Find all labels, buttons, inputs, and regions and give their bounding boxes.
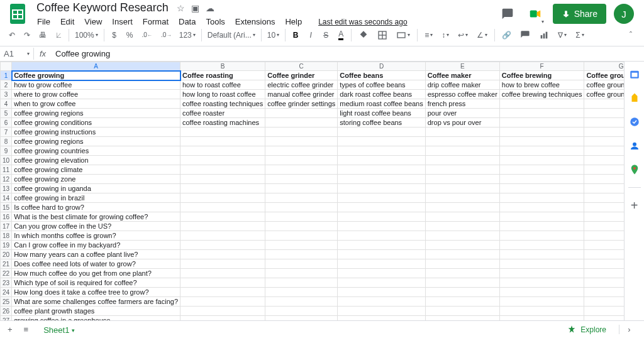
name-box[interactable]: A1▾: [0, 48, 34, 60]
cell-A10[interactable]: coffee growing elevation: [12, 156, 180, 165]
cell-F13[interactable]: [499, 184, 584, 193]
borders-button[interactable]: [374, 27, 391, 43]
formula-input[interactable]: Coffee growing: [52, 48, 644, 60]
cell-A24[interactable]: How long does it take a coffee tree to g…: [12, 288, 180, 297]
cell-A2[interactable]: how to grow coffee: [12, 80, 180, 90]
cell-G14[interactable]: [584, 193, 624, 203]
cell-D15[interactable]: [338, 203, 425, 212]
row-header-25[interactable]: 25: [1, 297, 12, 307]
link-button[interactable]: 🔗: [498, 27, 515, 43]
cell-F24[interactable]: [499, 288, 584, 297]
cell-B3[interactable]: how long to roast coffee: [180, 90, 265, 99]
cell-F11[interactable]: [499, 165, 584, 175]
cell-C20[interactable]: [265, 250, 338, 259]
cell-G16[interactable]: [584, 212, 624, 222]
cell-C18[interactable]: [265, 231, 338, 241]
cell-G24[interactable]: [584, 288, 624, 297]
cell-A20[interactable]: How many years can a coffee plant live?: [12, 250, 180, 259]
cell-C9[interactable]: [265, 146, 338, 156]
cell-B12[interactable]: [180, 175, 265, 184]
row-header-1[interactable]: 1: [1, 71, 12, 80]
row-header-7[interactable]: 7: [1, 128, 12, 137]
cell-A1[interactable]: Coffee growing: [12, 71, 180, 80]
cell-D18[interactable]: [338, 231, 425, 241]
paint-format-button[interactable]: ⟀: [52, 27, 65, 43]
cell-D24[interactable]: [338, 288, 425, 297]
cell-D4[interactable]: medium roast coffee beans: [338, 99, 425, 109]
share-button[interactable]: Share: [553, 4, 606, 24]
cell-B23[interactable]: [180, 278, 265, 288]
cell-D1[interactable]: Coffee beans: [338, 71, 425, 80]
cell-B18[interactable]: [180, 231, 265, 241]
cell-B27[interactable]: [180, 316, 265, 321]
cell-F5[interactable]: [499, 109, 584, 118]
cell-G1[interactable]: Coffee grounds: [584, 71, 624, 80]
tasks-icon[interactable]: [628, 116, 641, 128]
row-header-27[interactable]: 27: [1, 316, 12, 321]
cell-E2[interactable]: drip coffee maker: [425, 80, 499, 90]
cell-B9[interactable]: [180, 146, 265, 156]
cell-C2[interactable]: electric coffee grinder: [265, 80, 338, 90]
cell-A26[interactable]: coffee plant growth stages: [12, 307, 180, 316]
col-header-A[interactable]: A: [12, 62, 180, 71]
cell-B26[interactable]: [180, 307, 265, 316]
cell-G15[interactable]: [584, 203, 624, 212]
sheet-tab[interactable]: Sheet1▾: [37, 322, 81, 337]
cell-D12[interactable]: [338, 175, 425, 184]
cell-G17[interactable]: [584, 222, 624, 231]
cell-A11[interactable]: coffee growing climate: [12, 165, 180, 175]
italic-button[interactable]: I: [304, 27, 318, 43]
cell-B17[interactable]: [180, 222, 265, 231]
cell-E21[interactable]: [425, 259, 499, 269]
cell-E18[interactable]: [425, 231, 499, 241]
row-header-13[interactable]: 13: [1, 184, 12, 193]
cell-E12[interactable]: [425, 175, 499, 184]
cell-A22[interactable]: How much coffee do you get from one plan…: [12, 269, 180, 278]
cell-E10[interactable]: [425, 156, 499, 165]
cell-F26[interactable]: [499, 307, 584, 316]
cell-B6[interactable]: coffee roasting machines: [180, 118, 265, 128]
col-header-G[interactable]: G: [584, 62, 624, 71]
cell-C14[interactable]: [265, 193, 338, 203]
cell-E22[interactable]: [425, 269, 499, 278]
cell-C15[interactable]: [265, 203, 338, 212]
maps-icon[interactable]: [628, 163, 641, 176]
cell-E6[interactable]: drop vs pour over: [425, 118, 499, 128]
cell-C25[interactable]: [265, 297, 338, 307]
cell-B11[interactable]: [180, 165, 265, 175]
keep-icon[interactable]: [628, 92, 641, 104]
cell-A12[interactable]: coffee growing zone: [12, 175, 180, 184]
cell-F4[interactable]: [499, 99, 584, 109]
cell-C23[interactable]: [265, 278, 338, 288]
addons-icon[interactable]: +: [628, 199, 641, 212]
row-header-2[interactable]: 2: [1, 80, 12, 90]
row-header-17[interactable]: 17: [1, 222, 12, 231]
move-icon[interactable]: ▣: [191, 3, 199, 13]
col-header-B[interactable]: B: [180, 62, 265, 71]
row-header-5[interactable]: 5: [1, 109, 12, 118]
explore-button[interactable]: Explore: [560, 322, 613, 337]
cell-E14[interactable]: [425, 193, 499, 203]
cell-D3[interactable]: dark roast coffee beans: [338, 90, 425, 99]
row-header-18[interactable]: 18: [1, 231, 12, 241]
cell-F6[interactable]: [499, 118, 584, 128]
cell-E5[interactable]: pour over: [425, 109, 499, 118]
row-header-10[interactable]: 10: [1, 156, 12, 165]
filter-button[interactable]: ∇▾: [554, 27, 570, 43]
cell-A6[interactable]: coffee growing conditions: [12, 118, 180, 128]
cell-C8[interactable]: [265, 137, 338, 146]
cell-F15[interactable]: [499, 203, 584, 212]
cell-E26[interactable]: [425, 307, 499, 316]
calendar-icon[interactable]: [628, 68, 641, 80]
cell-C24[interactable]: [265, 288, 338, 297]
cell-C16[interactable]: [265, 212, 338, 222]
all-sheets-button[interactable]: ≡: [21, 322, 31, 337]
cell-F12[interactable]: [499, 175, 584, 184]
cell-G5[interactable]: [584, 109, 624, 118]
cloud-icon[interactable]: ☁: [206, 3, 214, 13]
cell-G18[interactable]: [584, 231, 624, 241]
cell-A9[interactable]: coffee growing countries: [12, 146, 180, 156]
cell-G12[interactable]: [584, 175, 624, 184]
cell-F14[interactable]: [499, 193, 584, 203]
cell-G6[interactable]: [584, 118, 624, 128]
